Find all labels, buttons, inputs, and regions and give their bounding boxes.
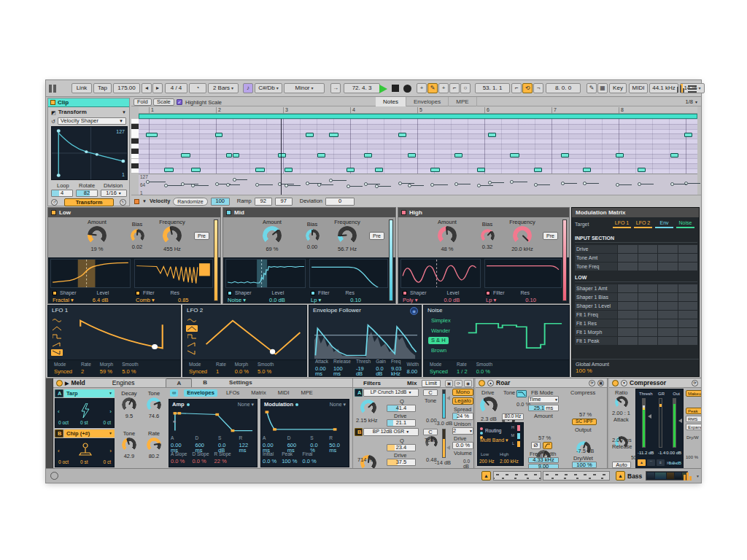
midi-note[interactable] [255,168,265,172]
midi-note[interactable] [616,153,624,158]
ramp-start-field[interactable]: 92 [255,198,272,206]
lane-color-chip[interactable] [134,199,139,204]
param[interactable]: ModeSynced [430,362,448,374]
matrix-cell[interactable] [658,254,678,262]
matrix-cell[interactable] [678,337,698,345]
high-filter-enable[interactable] [486,291,490,295]
filter-a-drive-field[interactable]: 21.1 [387,419,416,427]
mid-level-value[interactable]: 0.0 dB [269,298,285,303]
meter-dropdown-icon[interactable]: ▼ [696,475,700,478]
midi-note[interactable] [561,153,569,158]
activity-view-icon[interactable]: ▲ [638,459,646,466]
unison-menu[interactable]: 2▼ [452,427,473,435]
compressor-power-button[interactable] [612,380,619,386]
engine-a-next-icon[interactable]: › [109,409,112,415]
sidechain-icon[interactable]: ◉ [410,307,418,315]
envelope-follower-display[interactable] [312,315,419,359]
link-icon[interactable]: ∞ [170,389,178,397]
record-button[interactable] [403,85,411,93]
param[interactable]: Gain0.0 dB [376,359,386,377]
midi-map-button[interactable]: MIDI [629,83,648,93]
matrix-cell[interactable] [638,293,658,301]
loop-switch-icon[interactable]: ⟲ [522,83,533,93]
ratio-knob[interactable] [615,396,628,409]
link-button[interactable]: Link [71,83,92,93]
param[interactable]: Morph0.0 % [235,362,249,374]
matrix-cell[interactable] [618,284,638,292]
engine-b-ct[interactable]: 0 ct [104,460,111,465]
engine-a-decay-knob[interactable]: Decay 9.5 [117,391,141,419]
engine-b-rate-knob[interactable]: Rate 80.2 [142,431,166,459]
matrix-cell[interactable] [638,311,658,319]
matrix-cell[interactable] [658,311,678,319]
midi-note[interactable] [534,168,542,172]
high-level-value[interactable]: 0.0 dB [444,298,460,303]
matrix-cell[interactable] [658,262,678,271]
device-view-grip[interactable] [46,378,53,469]
midi-note[interactable] [430,168,440,172]
param[interactable]: Smooth5.0 % [122,362,138,374]
matrix-cell[interactable] [638,284,658,292]
matrix-cell[interactable] [658,337,678,345]
matrix-column-noise[interactable]: Noise [676,220,694,228]
voice-drive-field[interactable]: 0.0 % [452,442,473,449]
low-filter-display[interactable] [134,259,213,288]
param[interactable]: R50.0 ms [329,436,349,454]
tab-envelopes[interactable]: Envelopes [406,97,449,106]
amp-envelope-display[interactable] [171,408,257,433]
lfo1-params[interactable]: ModeSyncedRate2Morph59 %Smooth5.0 % [48,359,180,376]
param[interactable]: A Slope0.0 % [171,452,187,464]
matrix-cell[interactable] [638,254,658,262]
rms-button[interactable]: RMS [686,416,701,422]
filter-b-type-menu[interactable]: BP 12dB OSR▼ [363,428,419,436]
param[interactable]: Width8.00 [407,362,419,374]
roar-power-button[interactable] [479,380,485,386]
midi-note[interactable] [488,133,496,137]
param[interactable]: Thresh-19 dB [356,359,371,377]
tempo-field[interactable]: 175.00 [113,83,140,93]
matrix-global-amount[interactable]: Global Amount 100 % [572,359,699,376]
overdub-icon[interactable]: + [417,83,427,93]
matrix-cell[interactable] [678,284,698,292]
compressor-fold-icon[interactable]: ▼ [621,380,627,386]
stop-button[interactable] [392,85,399,92]
transform-next-icon[interactable]: ↻ [120,199,126,206]
low-amount-knob[interactable]: Amount 19 % [80,219,114,252]
param[interactable]: A0.00 ms [263,436,282,454]
param[interactable]: Final0.0 % [302,452,316,464]
velocity-shaper-display[interactable]: 127 1 [51,126,128,180]
roar-drive-knob[interactable] [480,397,498,414]
high-shaper-display[interactable] [400,259,481,288]
high-filter-type-menu[interactable]: Lp ▾ [486,298,496,303]
param[interactable]: Freq9.03 kHz [391,359,402,377]
midi-note[interactable] [347,168,355,172]
mix-b-level-value[interactable]: -14 dB [435,460,451,466]
param[interactable]: S0.0 % [310,436,324,454]
fb-amount-value[interactable]: 57 % [538,435,551,441]
clip-warning-icon[interactable]: ▲ [481,471,491,481]
transform-apply-button[interactable]: Transform [64,198,114,206]
param[interactable]: R Slope22 % [214,452,231,464]
filter-b-freq-value[interactable]: 714 Hz [357,457,375,463]
matrix-cell[interactable] [638,262,658,271]
midi-note[interactable] [226,153,232,158]
param[interactable]: S0.0 dB [218,436,234,454]
mid-filter-display[interactable] [309,259,388,288]
low-level-value[interactable]: 6.4 dB [93,298,109,303]
fb-time-field[interactable]: 25.1 ms [528,405,559,411]
session-record-icon[interactable]: ⌐ [449,83,460,93]
matrix-column-env[interactable]: Env [655,220,673,228]
noise-type-4[interactable]: Brown [428,347,449,354]
high-amount-knob[interactable]: Amount 48 % [430,219,464,252]
engine-a-display[interactable]: ‹ › 0 oct 0 st 0 ct [55,398,115,428]
high-pre-button[interactable]: Pre [543,232,558,240]
low-shaper-display[interactable] [50,259,131,288]
high-shaper-enable[interactable] [403,291,407,295]
piano-key[interactable] [131,168,139,174]
mid-shaper-display[interactable] [225,259,306,288]
midi-note[interactable] [583,168,591,172]
loop-value-field[interactable]: 4 [51,190,73,197]
crossover-high-value[interactable]: 2.00 kHz [500,459,519,464]
mid-amount-knob[interactable]: Amount 69 % [255,219,289,252]
engine-b-tone-knob[interactable]: Tone 42.9 [117,431,141,459]
